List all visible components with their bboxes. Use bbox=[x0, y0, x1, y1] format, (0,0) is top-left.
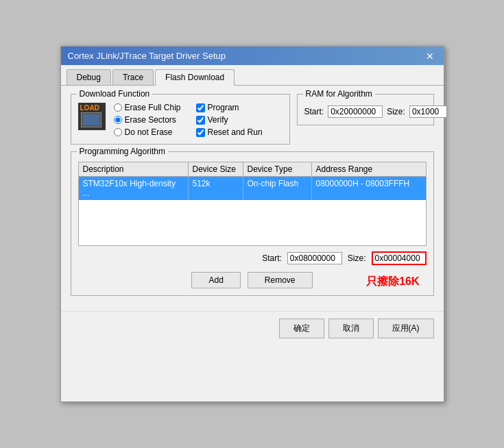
no-erase-row: Do not Erase bbox=[114, 127, 181, 137]
ram-start-label: Start: bbox=[304, 107, 324, 116]
row-device-size: 512k bbox=[189, 177, 243, 200]
erase-full-radio[interactable] bbox=[114, 103, 122, 112]
row-address-range: 08000000H - 08003FFFH bbox=[312, 177, 426, 200]
add-remove-buttons: Add Remove 只擦除16K bbox=[78, 272, 427, 288]
ram-group-box: RAM for Algorithm Start: Size: bbox=[297, 94, 434, 125]
program-label: Program bbox=[208, 103, 239, 112]
program-checkbox[interactable] bbox=[196, 103, 205, 112]
erase-full-row: Erase Full Chip bbox=[114, 103, 181, 112]
algo-size-label: Size: bbox=[348, 253, 366, 263]
verify-label: Verify bbox=[208, 115, 228, 125]
action-checkboxes: Program Verify Reset and Run bbox=[196, 103, 263, 137]
tab-trace[interactable]: Trace bbox=[112, 69, 154, 85]
col-device-type: Device Type bbox=[243, 162, 312, 176]
algo-table: Description Device Size Device Type Addr… bbox=[78, 162, 427, 246]
ram-section: RAM for Algorithm Start: Size: bbox=[297, 94, 434, 151]
ok-button[interactable]: 确定 bbox=[279, 319, 324, 338]
reset-run-label: Reset and Run bbox=[208, 127, 263, 137]
ram-size-input[interactable] bbox=[409, 105, 447, 118]
col-device-size: Device Size bbox=[189, 162, 243, 176]
col-description: Description bbox=[79, 162, 189, 176]
reset-run-row: Reset and Run bbox=[196, 127, 263, 137]
algo-start-input[interactable] bbox=[287, 252, 342, 264]
program-row: Program bbox=[196, 103, 263, 112]
algo-start-label: Start: bbox=[262, 253, 282, 263]
dialog-footer: 确定 取消 应用(A) bbox=[61, 311, 444, 345]
cancel-button[interactable]: 取消 bbox=[328, 319, 374, 338]
col-address-range: Address Range bbox=[312, 162, 426, 176]
reset-run-checkbox[interactable] bbox=[196, 128, 205, 137]
tab-debug[interactable]: Debug bbox=[67, 69, 111, 85]
annotation-label: 只擦除16K bbox=[366, 275, 419, 289]
erase-sectors-radio[interactable] bbox=[114, 116, 122, 124]
tab-flash-download[interactable]: Flash Download bbox=[155, 69, 235, 86]
dialog: Cortex JLink/JTrace Target Driver Setup … bbox=[60, 46, 444, 402]
erase-sectors-row: Erase Sectors bbox=[114, 115, 181, 125]
algo-start-size-row: Start: Size: bbox=[78, 251, 427, 265]
ram-start-input[interactable] bbox=[328, 105, 383, 118]
close-button[interactable]: ✕ bbox=[423, 51, 437, 61]
no-erase-radio[interactable] bbox=[114, 128, 122, 136]
download-function-group: Download Function LOAD Erase Full Chip bbox=[71, 94, 290, 145]
load-text: LOAD bbox=[80, 104, 99, 112]
remove-button[interactable]: Remove bbox=[248, 272, 313, 288]
verify-row: Verify bbox=[196, 115, 263, 125]
title-bar: Cortex JLink/JTrace Target Driver Setup … bbox=[61, 47, 444, 65]
verify-checkbox[interactable] bbox=[196, 116, 205, 125]
programming-algorithm-group: Programming Algorithm Description Device… bbox=[71, 151, 434, 296]
load-icon: LOAD bbox=[78, 103, 106, 130]
chip-icon bbox=[81, 112, 101, 127]
erase-sectors-label: Erase Sectors bbox=[125, 115, 176, 125]
table-row[interactable]: STM32F10x High-density ... 512k On-chip … bbox=[79, 177, 426, 200]
apply-button[interactable]: 应用(A) bbox=[378, 319, 434, 338]
top-section: Download Function LOAD Erase Full Chip bbox=[71, 94, 434, 151]
ram-size-label: Size: bbox=[387, 107, 405, 116]
download-function-section: Download Function LOAD Erase Full Chip bbox=[71, 94, 290, 151]
tab-bar: Debug Trace Flash Download bbox=[61, 65, 444, 86]
row-description: STM32F10x High-density ... bbox=[79, 177, 189, 200]
tab-content: Download Function LOAD Erase Full Chip bbox=[61, 86, 444, 311]
algo-size-input[interactable] bbox=[372, 251, 427, 265]
no-erase-label: Do not Erase bbox=[125, 127, 173, 137]
erase-full-label: Erase Full Chip bbox=[125, 103, 181, 112]
table-header: Description Device Size Device Type Addr… bbox=[79, 162, 426, 177]
ram-fields: Start: Size: bbox=[304, 105, 427, 118]
row-device-type: On-chip Flash bbox=[243, 177, 312, 200]
dialog-title: Cortex JLink/JTrace Target Driver Setup bbox=[68, 51, 226, 61]
table-empty-area bbox=[79, 200, 426, 241]
erase-options: Erase Full Chip Erase Sectors Do not Era… bbox=[114, 103, 181, 137]
table-body: STM32F10x High-density ... 512k On-chip … bbox=[79, 177, 426, 245]
prog-algo-label: Programming Algorithm bbox=[77, 147, 168, 156]
download-function-content: LOAD Erase Full Chip Erase Sectors bbox=[78, 100, 283, 137]
ram-label: RAM for Algorithm bbox=[303, 89, 375, 99]
download-function-label: Download Function bbox=[77, 89, 153, 99]
add-button[interactable]: Add bbox=[191, 272, 240, 288]
